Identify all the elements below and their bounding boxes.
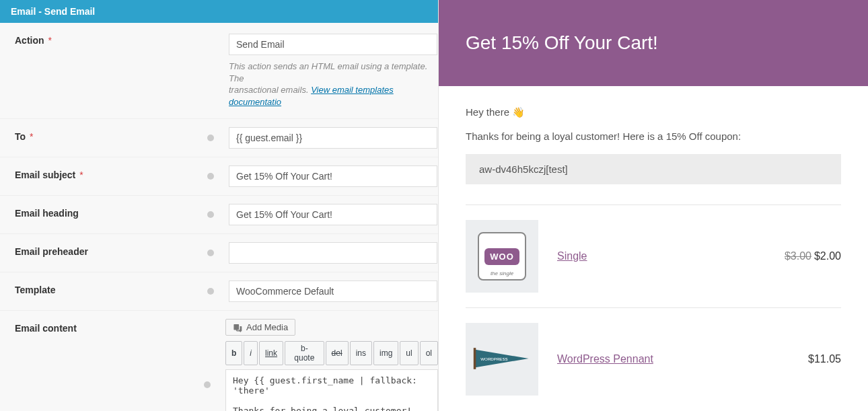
content-editor[interactable] (225, 369, 438, 411)
svg-text:WORDPRESS: WORDPRESS (480, 356, 507, 361)
qt-bold[interactable]: b (225, 341, 242, 365)
preheader-input[interactable] (229, 242, 437, 264)
product-price: $11.05 (808, 353, 841, 365)
row-to: To * (0, 119, 438, 157)
subject-input[interactable] (229, 165, 437, 187)
email-action-panel: Email - Send Email Action * This action … (0, 0, 439, 411)
row-heading: Email heading (0, 196, 438, 234)
woo-logo-icon: WOO the single (478, 232, 526, 281)
quicktags-toolbar: b i link b-quote del ins img ul ol (225, 341, 438, 365)
required-marker: * (79, 170, 83, 180)
row-content: Email content Add Media b i link b-q (0, 311, 438, 411)
pennant-icon: WORDPRESS (472, 345, 532, 374)
row-action: Action * This action sends an HTML email… (0, 23, 438, 119)
label-template: Template (15, 285, 55, 295)
heading-input[interactable] (229, 204, 437, 225)
variable-indicator-icon[interactable] (207, 211, 214, 218)
row-preheader: Email preheader (0, 234, 438, 272)
qt-ins[interactable]: ins (350, 341, 372, 365)
to-input[interactable] (229, 127, 437, 149)
qt-del[interactable]: del (326, 341, 349, 365)
product-row: WOO the single Single $3.00$2.00 (466, 204, 841, 307)
variable-indicator-icon[interactable] (207, 135, 214, 141)
qt-img[interactable]: img (373, 341, 398, 365)
action-input[interactable] (229, 34, 437, 55)
required-marker: * (30, 131, 33, 142)
label-heading: Email heading (15, 208, 79, 219)
product-link[interactable]: Single (557, 250, 587, 262)
svg-rect-1 (474, 348, 476, 369)
qt-ol[interactable]: ol (420, 341, 438, 365)
panel-title: Email - Send Email (0, 0, 438, 23)
row-template: Template (0, 272, 438, 311)
product-thumb: WOO the single (466, 220, 538, 293)
qt-link[interactable]: link (259, 341, 283, 365)
qt-italic[interactable]: i (244, 341, 258, 365)
variable-indicator-icon[interactable] (207, 250, 214, 256)
variable-indicator-icon[interactable] (204, 381, 211, 388)
product-link[interactable]: WordPress Pennant (557, 353, 653, 365)
variable-indicator-icon[interactable] (207, 288, 214, 295)
qt-bquote[interactable]: b-quote (285, 341, 324, 365)
row-subject: Email subject * (0, 157, 438, 196)
label-content: Email content (15, 323, 77, 334)
product-row: WORDPRESS WordPress Pennant $11.05 (466, 307, 841, 410)
add-media-button[interactable]: Add Media (225, 319, 295, 336)
required-marker: * (48, 35, 51, 46)
variable-indicator-icon[interactable] (207, 173, 214, 180)
product-thumb: WORDPRESS (466, 323, 538, 396)
product-price: $3.00$2.00 (785, 250, 841, 262)
preview-greeting: Hey there 👋 (466, 106, 841, 118)
label-to: To (15, 131, 26, 142)
coupon-code: aw-dv46h5kczj[test] (466, 154, 841, 184)
label-subject: Email subject (15, 170, 75, 180)
preview-intro: Thanks for being a loyal customer! Here … (466, 130, 841, 142)
preview-heading: Get 15% Off Your Cart! (466, 32, 841, 54)
label-action: Action (15, 35, 44, 46)
media-icon (233, 323, 242, 332)
preview-heading-bar: Get 15% Off Your Cart! (439, 0, 868, 86)
action-help: This action sends an HTML email using a … (229, 61, 437, 108)
template-select[interactable] (229, 281, 437, 302)
qt-ul[interactable]: ul (400, 341, 418, 365)
email-preview: Get 15% Off Your Cart! Hey there 👋 Thank… (439, 0, 868, 411)
label-preheader: Email preheader (15, 246, 88, 257)
